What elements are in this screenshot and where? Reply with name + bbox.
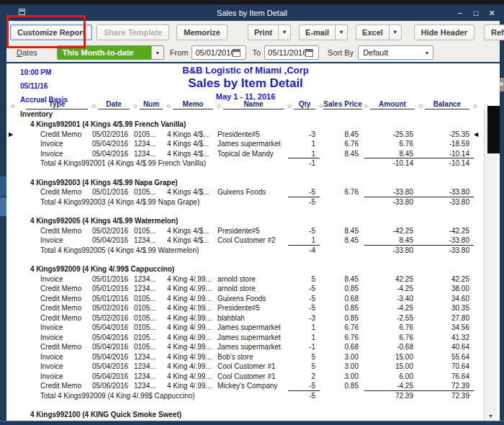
category-header: Inventory [7, 109, 484, 120]
item-group-header: 4 Kings992100 (4 KING Quick Smoke Sweet) [7, 410, 484, 420]
table-row[interactable]: ▶Credit Memo05/02/20160105...4 Kings 4/$… [7, 130, 484, 140]
table-row[interactable]: Invoice05/04/20160105...4 King 4/.99...J… [7, 333, 484, 343]
total-row: Total 4 Kings992009 (4 King 4/.99$ Cappu… [7, 391, 484, 401]
selected-row-marker-icon: ▶ [7, 130, 20, 140]
report-title: Sales by Item Detail [7, 76, 484, 91]
table-row[interactable]: Credit Memo05/02/20160105...4 King 4/.99… [7, 303, 484, 313]
window-restore-icon[interactable] [19, 9, 25, 15]
section-gap [7, 207, 484, 216]
column-header-date[interactable]: Date◇ [93, 99, 135, 109]
table-row[interactable]: Invoice05/04/20161234...4 King 4/.99...C… [7, 362, 484, 372]
refresh-button[interactable]: Refresh [484, 24, 504, 40]
minimize-button[interactable]: − [455, 9, 465, 18]
report-filterbar: Dates This Month-to-date ▾ From To Sort … [6, 43, 500, 62]
table-row[interactable]: Invoice05/04/20161234...4 Kings 4/$...Co… [7, 236, 484, 246]
black-panel [487, 106, 500, 153]
sort-dropdown-arrow-icon: ▾ [421, 50, 433, 56]
table-row[interactable]: Invoice05/04/20161234...4 Kings 4/$...To… [7, 149, 484, 159]
background-window-edge [0, 197, 6, 216]
report-content-area: 10:00 PM 05/11/16 Accrual Basis B&B Logi… [6, 63, 500, 421]
email-button[interactable]: E-mail ▾ [299, 24, 348, 40]
from-date-field [192, 45, 246, 60]
table-row[interactable]: Invoice05/04/20161234...4 King 4/.99...B… [7, 352, 484, 362]
table-row[interactable]: Invoice05/04/20161234...4 Kings 4/$...Ja… [7, 139, 484, 149]
dates-label: Dates [17, 48, 37, 57]
window-bottom-border [0, 421, 504, 425]
side-tab [499, 78, 504, 91]
table-row[interactable]: Credit Memo05/01/20161234...4 King 4/.99… [7, 284, 484, 294]
selected-row-marker-icon: ◀ [474, 130, 484, 140]
from-date-input[interactable] [192, 48, 233, 57]
vertical-scrollbar[interactable]: ▲ ▼ [484, 109, 497, 421]
excel-button-label: Excel [356, 28, 389, 37]
print-dropdown-arrow-icon[interactable]: ▾ [278, 25, 290, 40]
column-header-name[interactable]: Name◇ [218, 99, 289, 109]
section-gap [7, 401, 484, 410]
to-calendar-icon[interactable] [305, 49, 313, 57]
close-button[interactable]: ✕ [487, 9, 497, 18]
column-header-type[interactable]: Type◇ [21, 99, 93, 109]
table-row[interactable]: Invoice05/04/20161234...4 King 4/.99...C… [7, 372, 484, 382]
table-row[interactable]: Credit Memo05/01/20160105...4 King 4/.99… [7, 294, 484, 304]
sort-by-dropdown[interactable]: Default ▾ [358, 45, 433, 60]
dates-range-value: This Month-to-date [58, 46, 151, 59]
print-button[interactable]: Print ▾ [248, 24, 291, 40]
item-group-header: 4 Kings992009 (4 King 4/.99$ Cappuccino) [7, 264, 484, 274]
report-toolbar: Customize Report Share Template Memorize… [6, 21, 500, 43]
print-button-label: Print [248, 28, 278, 37]
report-rows: Inventory 4 Kings992001 (4 Kings 4/$.99 … [7, 109, 484, 420]
item-group-header: 4 Kings992005 (4 Kings 4/$.99 Watermelon… [7, 216, 484, 226]
from-calendar-icon[interactable] [233, 49, 240, 57]
scroll-down-arrow-icon[interactable]: ▼ [485, 411, 497, 421]
total-row: Total 4 Kings992003 (4 Kings 4/$.99 Napa… [7, 197, 484, 207]
report-window-panel: Customize Report Share Template Memorize… [6, 21, 500, 421]
to-date-field [264, 45, 319, 60]
section-gap [7, 255, 484, 264]
table-row[interactable]: Credit Memo05/01/20160105...4 Kings 4/$.… [7, 187, 484, 197]
column-header-num[interactable]: Num◇ [135, 99, 168, 109]
column-header-qty[interactable]: Qty◇ [289, 99, 320, 109]
email-dropdown-arrow-icon[interactable]: ▾ [335, 25, 347, 40]
window-title: Sales by Item Detail [0, 9, 504, 17]
from-label: From [170, 48, 189, 57]
background-window-edge [0, 176, 6, 196]
to-date-input[interactable] [265, 48, 305, 57]
excel-button[interactable]: Excel ▾ [356, 24, 402, 40]
maximize-button[interactable]: □ [471, 9, 481, 18]
column-separator-diamond-icon: ◇ [474, 103, 477, 109]
section-gap [7, 169, 484, 178]
memorize-button[interactable]: Memorize [176, 24, 228, 40]
to-label: To [252, 48, 261, 57]
column-separator-diamond-icon: ◇ [11, 103, 14, 109]
item-group-header: 4 Kings992003 (4 Kings 4/$.99 Napa Grape… [7, 178, 484, 188]
column-header-sales-price[interactable]: Sales Price◇ [320, 99, 365, 109]
window-titlebar: Sales by Item Detail − □ ✕ [0, 4, 504, 21]
sort-by-value: Default [359, 48, 388, 57]
email-button-label: E-mail [300, 28, 335, 37]
share-template-button: Share Template [96, 24, 169, 40]
column-header-memo[interactable]: Memo◇ [168, 99, 218, 109]
column-header-row: ◇Type◇Date◇Num◇Memo◇Name◇Qty◇Sales Price… [8, 99, 485, 109]
dates-range-dropdown[interactable]: This Month-to-date ▾ [57, 45, 164, 60]
total-row: Total 4 Kings992001 (4 Kings 4/$.99 Fren… [7, 158, 484, 169]
table-row[interactable]: Credit Memo05/02/20160105...4 King 4/.99… [7, 313, 484, 323]
column-header-balance[interactable]: Balance◇ [420, 99, 474, 109]
window-left-border [0, 21, 6, 425]
hide-header-button[interactable]: Hide Header [414, 24, 474, 40]
customize-report-button[interactable]: Customize Report [10, 24, 92, 40]
company-name: B&B Logistic of Miami ,Corp [7, 63, 484, 76]
total-row: Total 4 Kings992005 (4 Kings 4/$.99 Wate… [7, 246, 484, 256]
report-sections: 4 Kings992001 (4 Kings 4/$.99 French Van… [7, 120, 484, 420]
table-row[interactable]: Credit Memo05/02/20160105...4 Kings 4/$.… [7, 226, 484, 236]
column-header-amount[interactable]: Amount◇ [365, 99, 420, 109]
table-row[interactable]: Credit Memo05/06/20161234...4 King 4/.99… [7, 381, 484, 391]
excel-dropdown-arrow-icon[interactable]: ▾ [389, 25, 401, 40]
dates-dropdown-arrow-icon[interactable]: ▾ [151, 46, 163, 59]
table-row[interactable]: Credit Memo05/04/20160105...4 King 4/.99… [7, 342, 484, 352]
table-row[interactable]: Invoice05/04/20160105...4 King 4/.99...J… [7, 323, 484, 333]
table-row[interactable]: Invoice05/01/20161234...4 King 4/.99...a… [7, 274, 484, 285]
sort-by-label: Sort By [328, 48, 354, 57]
item-group-header: 4 Kings992001 (4 Kings 4/$.99 French Van… [7, 120, 484, 130]
